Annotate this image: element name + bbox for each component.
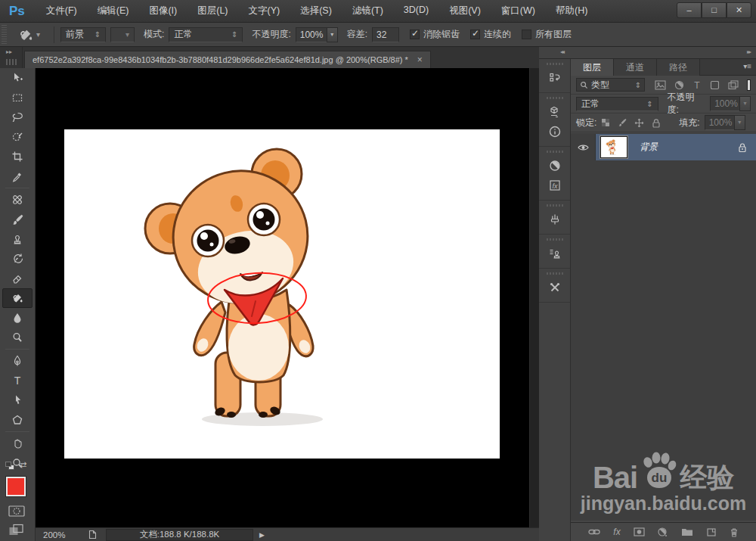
active-tool-badge[interactable]: ▾ (17, 27, 40, 42)
minimize-button[interactable]: – (677, 2, 702, 18)
add-layer-mask-icon[interactable] (634, 527, 645, 536)
mode-select[interactable]: 正常 ⇕ (169, 27, 243, 42)
menu-edit[interactable]: 编辑(E) (98, 5, 129, 17)
menu-3d[interactable]: 3D(D) (404, 5, 429, 17)
menu-window[interactable]: 窗口(W) (501, 5, 535, 17)
lock-all-icon[interactable] (652, 118, 661, 128)
canvas-area[interactable] (36, 68, 529, 527)
foreground-color-swatch[interactable] (6, 477, 26, 496)
swap-colors-button[interactable]: ⇄ (20, 460, 26, 470)
hand-tool[interactable] (2, 434, 33, 453)
rectangular-marquee-tool[interactable] (2, 88, 33, 107)
link-layers-icon[interactable] (588, 528, 600, 536)
layer-opacity-dropdown[interactable]: ▾ (739, 96, 751, 111)
adjustment-layer-filter-icon[interactable] (674, 80, 684, 90)
fill-field[interactable]: 100% (705, 115, 735, 130)
path-selection-tool[interactable] (2, 390, 33, 410)
options-bar-grip[interactable] (2, 25, 7, 45)
dodge-tool[interactable] (2, 328, 33, 347)
clone-source-panel-button[interactable] (539, 244, 571, 263)
pen-tool[interactable] (2, 351, 33, 371)
lock-position-icon[interactable] (634, 118, 644, 128)
menu-filter[interactable]: 滤镜(T) (352, 5, 383, 17)
screen-mode-button[interactable] (8, 524, 25, 536)
layer-row-background[interactable]: 背景 (571, 134, 756, 160)
move-tool[interactable] (2, 68, 33, 88)
clone-stamp-tool[interactable] (2, 229, 33, 249)
layer-opacity-field[interactable]: 100% (710, 96, 740, 111)
tab-close-icon[interactable]: × (417, 54, 423, 65)
info-panel-button[interactable] (539, 122, 571, 141)
document-tab[interactable]: ef6752e2a392f8ca-99e8436b1034fb2b-3b7880… (24, 51, 431, 68)
all-layers-checkbox[interactable] (522, 30, 531, 39)
menu-select[interactable]: 选择(S) (300, 5, 332, 17)
blur-tool[interactable] (2, 308, 33, 328)
collapse-panels-icon[interactable]: ▸▸ (747, 48, 750, 55)
lock-transparent-icon[interactable] (601, 118, 610, 127)
brush-panel-button[interactable] (539, 210, 571, 229)
tool-preset-dropdown-icon[interactable]: ▾ (36, 30, 40, 39)
quick-mask-button[interactable] (8, 505, 25, 517)
close-button[interactable]: ✕ (727, 2, 751, 18)
menu-image[interactable]: 图像(I) (149, 5, 177, 17)
lock-paint-icon[interactable] (618, 118, 627, 127)
canvas-vertical-scrollbar[interactable] (529, 68, 539, 527)
maximize-button[interactable]: □ (702, 2, 727, 18)
spot-healing-brush-tool[interactable] (2, 190, 33, 210)
contiguous-checkbox[interactable] (470, 30, 480, 39)
history-brush-tool[interactable] (2, 249, 33, 269)
styles-panel-button[interactable]: fx (539, 176, 571, 195)
layer-thumbnail[interactable] (600, 136, 627, 158)
pixel-layer-filter-icon[interactable] (655, 80, 666, 90)
menu-file[interactable]: 文件(F) (46, 5, 77, 17)
selected-layer[interactable]: 背景 (596, 134, 756, 160)
tab-bar-corner[interactable]: ▸▸ (0, 47, 23, 68)
filter-toggle-switch[interactable] (747, 79, 751, 91)
document-status-icon[interactable] (83, 529, 101, 540)
adjustments-panel-button[interactable] (539, 156, 571, 176)
document-image[interactable] (64, 129, 500, 459)
fill-source-select[interactable]: 前景 ⇕ (60, 27, 106, 42)
crop-tool[interactable] (2, 147, 33, 166)
panel-menu-icon[interactable]: ▾≡ (743, 62, 751, 70)
new-adjustment-layer-icon[interactable] (658, 527, 668, 537)
eyedropper-tool[interactable] (2, 166, 33, 186)
history-panel-button[interactable] (539, 68, 571, 88)
new-group-icon[interactable] (681, 527, 693, 536)
eraser-tool[interactable] (2, 269, 33, 288)
tab-channels[interactable]: 通道 (614, 59, 657, 76)
tab-layers[interactable]: 图层 (571, 59, 614, 76)
delete-layer-icon[interactable] (730, 527, 739, 537)
pattern-picker[interactable]: ▾ (110, 27, 135, 42)
menu-type[interactable]: 文字(Y) (249, 5, 280, 17)
layer-visibility-toggle[interactable] (571, 134, 596, 160)
quick-selection-tool[interactable] (2, 127, 33, 147)
shape-tool[interactable] (2, 410, 33, 430)
anti-alias-checkbox[interactable] (410, 30, 420, 39)
default-colors-button[interactable] (5, 462, 16, 471)
layer-style-icon[interactable]: fx (613, 527, 620, 537)
smart-object-filter-icon[interactable] (728, 80, 739, 90)
menu-layer[interactable]: 图层(L) (197, 5, 228, 17)
new-layer-icon[interactable] (706, 527, 717, 537)
filter-kind-select[interactable]: 类型 ⇕ (576, 78, 645, 92)
brush-tool[interactable] (2, 210, 33, 229)
lasso-tool[interactable] (2, 107, 33, 127)
type-layer-filter-icon[interactable]: T (692, 80, 702, 90)
tolerance-field[interactable]: 32 (372, 27, 399, 42)
opacity-field[interactable]: 100% (296, 27, 327, 42)
tool-presets-panel-button[interactable] (539, 278, 571, 297)
type-tool[interactable]: T (2, 371, 33, 390)
paint-bucket-tool[interactable] (2, 288, 33, 308)
menu-view[interactable]: 视图(V) (449, 5, 481, 17)
opacity-dropdown-button[interactable]: ▾ (327, 27, 338, 42)
zoom-level-field[interactable]: 200% (43, 530, 77, 539)
properties-panel-button[interactable] (539, 102, 571, 122)
blend-mode-select[interactable]: 正常 ⇕ (576, 97, 658, 111)
shape-layer-filter-icon[interactable] (710, 80, 720, 90)
expand-panels-icon[interactable]: ◂◂ (560, 48, 563, 55)
tab-paths[interactable]: 路径 (657, 59, 700, 76)
menu-help[interactable]: 帮助(H) (556, 5, 587, 17)
fill-dropdown[interactable]: ▾ (734, 115, 745, 130)
status-options-arrow-icon[interactable]: ▶ (259, 531, 265, 539)
